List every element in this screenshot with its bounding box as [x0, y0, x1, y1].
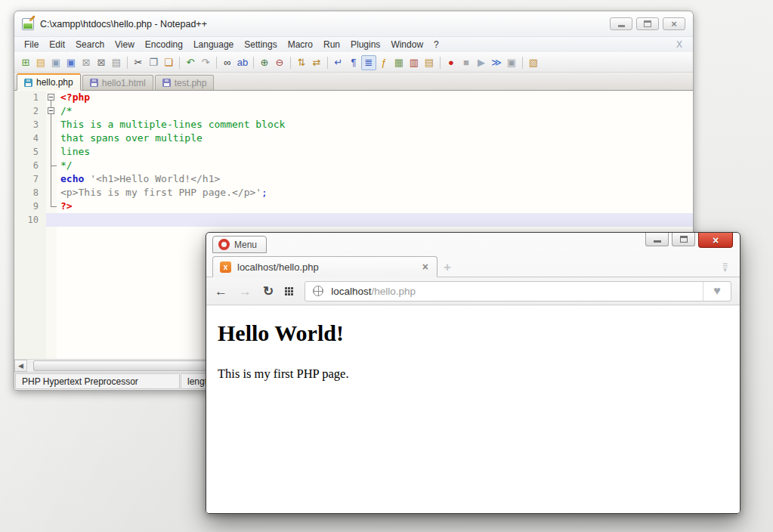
back-button[interactable]: ←	[215, 285, 227, 298]
close-all-icon[interactable]: ⊠	[94, 55, 109, 70]
function-list-icon[interactable]: ƒ	[376, 55, 391, 70]
toolbar-separator	[290, 57, 291, 69]
fold-margin[interactable]	[46, 213, 57, 227]
code-line[interactable]: 5lines	[14, 145, 693, 159]
menu-run[interactable]: Run	[318, 38, 345, 51]
document-tab[interactable]: test.php	[155, 75, 215, 90]
play-macro-icon[interactable]: ▶	[474, 55, 489, 70]
record-macro-icon[interactable]: ●	[444, 55, 459, 70]
scroll-left-button[interactable]: ◀	[14, 360, 27, 372]
code-line[interactable]: 7echo '<h1>Hello World!</h1>	[14, 172, 693, 186]
browser-tab[interactable]: x localhost/hello.php ×	[212, 256, 438, 277]
redo-icon[interactable]: ↷	[198, 55, 213, 70]
menu-language[interactable]: Language	[188, 38, 239, 51]
new-tab-button[interactable]: +	[444, 261, 451, 274]
code-line[interactable]: 10	[14, 213, 693, 227]
fold-margin[interactable]	[46, 131, 57, 145]
opera-titlebar[interactable]: Menu ×	[206, 233, 740, 255]
code-line[interactable]: 2/*	[14, 104, 693, 118]
menu-settings[interactable]: Settings	[239, 38, 282, 51]
menu-window[interactable]: Window	[385, 38, 428, 51]
fold-marker	[51, 186, 51, 200]
code-line[interactable]: 1<?php	[14, 91, 693, 104]
fold-margin[interactable]	[46, 145, 57, 159]
menu-encoding[interactable]: Encoding	[140, 38, 188, 51]
speed-dial-icon[interactable]	[285, 287, 293, 295]
menu-file[interactable]: File	[19, 38, 44, 51]
run-macro-multiple-times-icon[interactable]: ≫	[489, 55, 504, 70]
reload-button[interactable]: ↻	[263, 285, 274, 298]
folder-as-workspace-icon[interactable]: ▤	[422, 55, 437, 70]
sync-vertical-scrolling-icon[interactable]: ⇅	[294, 55, 309, 70]
toolbar-separator	[127, 57, 128, 69]
undo-icon[interactable]: ↶	[183, 55, 198, 70]
fold-margin[interactable]	[46, 118, 57, 131]
tab-label: hello.php	[36, 77, 73, 88]
stop-macro-icon[interactable]: ■	[459, 55, 474, 70]
menubar-close-button[interactable]: X	[670, 39, 688, 50]
code-line[interactable]: 6*/	[14, 159, 693, 172]
code-text: This is a multiple-lines comment block	[57, 118, 693, 131]
fold-margin[interactable]	[46, 172, 57, 186]
toolbar-separator	[216, 57, 217, 69]
address-bar[interactable]: localhost/hello.php ♥	[305, 281, 731, 302]
url-text[interactable]: localhost/hello.php	[331, 286, 703, 297]
maximize-button[interactable]	[636, 17, 659, 30]
notepadpp-titlebar[interactable]: C:\xampp\htdocs\hello.php - Notepad++ ×	[14, 11, 693, 36]
save-all-icon[interactable]: ▣	[63, 55, 79, 70]
code-line[interactable]: 4that spans over multiple	[14, 131, 693, 145]
document-tab[interactable]: hello1.html	[82, 75, 153, 90]
close-button[interactable]: ×	[663, 17, 685, 30]
menu-search[interactable]: Search	[70, 38, 110, 51]
fold-marker	[48, 107, 54, 114]
document-tab[interactable]: hello.php	[17, 73, 81, 91]
document-map-icon[interactable]: ▦	[391, 55, 407, 70]
tab-close-icon[interactable]: ×	[421, 261, 430, 273]
cut-icon[interactable]: ✂	[131, 55, 146, 70]
document-switcher-icon[interactable]: ▥	[407, 55, 422, 70]
fold-margin[interactable]	[46, 159, 57, 172]
fold-margin[interactable]	[46, 104, 57, 118]
code-line[interactable]: 9?>	[14, 200, 693, 213]
show-indent-guide-icon[interactable]: ≣	[361, 55, 376, 70]
toolbar-separator	[440, 57, 441, 69]
menu-macro[interactable]: Macro	[283, 38, 318, 51]
tab-menu-icon[interactable]: ≡ ▾	[722, 263, 728, 273]
code-line[interactable]: 8<p>This is my first PHP page.</p>';	[14, 186, 693, 200]
find-icon[interactable]: ∞	[220, 55, 235, 70]
fold-margin[interactable]	[46, 186, 57, 200]
menu-view[interactable]: View	[110, 38, 140, 51]
code-segment: ;	[261, 187, 267, 198]
saved-file-icon	[162, 79, 171, 87]
close-file-icon[interactable]: ⊠	[79, 55, 94, 70]
opera-maximize-button[interactable]	[672, 233, 695, 246]
print-icon[interactable]: ▤	[109, 55, 124, 70]
opera-minimize-button[interactable]	[645, 233, 669, 246]
save-icon[interactable]: ▣	[48, 55, 63, 70]
zoom-out-icon[interactable]: ⊖	[272, 55, 287, 70]
menu-[interactable]: ?	[428, 38, 444, 51]
copy-icon[interactable]: ❐	[146, 55, 161, 70]
code-line[interactable]: 3This is a multiple-lines comment block	[14, 118, 693, 131]
opera-close-button[interactable]: ×	[698, 233, 733, 248]
fold-margin[interactable]	[46, 200, 57, 213]
gutter-fill	[14, 227, 46, 359]
minimize-button[interactable]	[610, 17, 632, 30]
fold-margin[interactable]	[46, 91, 57, 104]
code-text: <p>This is my first PHP page.</p>';	[57, 186, 693, 200]
word-wrap-icon[interactable]: ↵	[331, 55, 346, 70]
paste-icon[interactable]: ❏	[161, 55, 176, 70]
show-all-characters-icon[interactable]: ¶	[346, 55, 361, 70]
menu-edit[interactable]: Edit	[44, 38, 70, 51]
bookmark-heart-button[interactable]: ♥	[703, 282, 731, 301]
open-file-icon[interactable]: ▤	[33, 55, 48, 70]
url-host: localhost	[331, 286, 371, 297]
menu-plugins[interactable]: Plugins	[345, 38, 385, 51]
open-containing-folder-icon[interactable]: ▧	[526, 55, 541, 70]
zoom-in-icon[interactable]: ⊕	[257, 55, 272, 70]
save-macro-icon[interactable]: ▣	[504, 55, 519, 70]
new-file-icon[interactable]: ⊞	[18, 55, 33, 70]
opera-menu-button[interactable]: Menu	[212, 236, 267, 253]
sync-horizontal-scrolling-icon[interactable]: ⇄	[309, 55, 324, 70]
replace-icon[interactable]: ab	[235, 55, 250, 70]
